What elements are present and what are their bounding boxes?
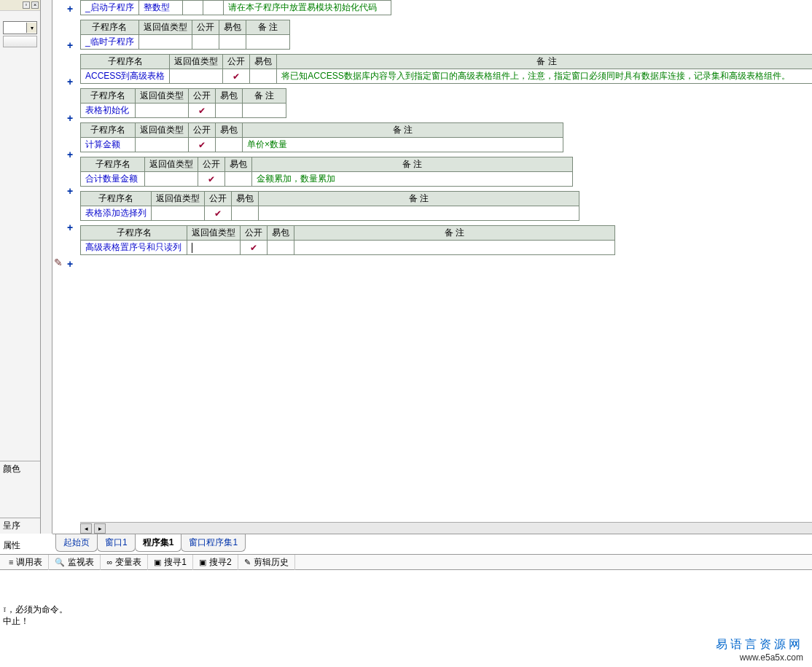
sub-package-cell[interactable] <box>216 104 243 118</box>
col-header-package: 易包 <box>216 89 243 104</box>
panel-close-icon[interactable]: × <box>31 1 39 9</box>
table-header-row: 子程序名返回值类型公开易包备 注 <box>81 20 290 35</box>
sub-remark-cell[interactable]: 金额累加，数量累加 <box>252 172 573 187</box>
sub-type-cell[interactable] <box>170 69 223 84</box>
sub-remark-cell[interactable] <box>294 241 615 255</box>
sub-package-cell[interactable] <box>250 69 277 84</box>
sub-remark-cell[interactable] <box>246 35 289 50</box>
subroutine-table: 子程序名返回值类型公开易包备 注表格添加选择列✔ <box>80 191 579 221</box>
bottom-tab[interactable]: ✎剪辑历史 <box>238 555 295 570</box>
sub-type-cell[interactable] <box>187 241 241 255</box>
sub-remark-cell[interactable] <box>259 206 579 221</box>
bottom-tab[interactable]: 🔍监视表 <box>49 555 101 570</box>
tab-icon: ▣ <box>154 558 161 567</box>
tab-icon: ✎ <box>244 558 251 567</box>
scroll-left-icon[interactable]: ◂ <box>80 523 92 534</box>
sub-type-cell[interactable] <box>152 206 205 221</box>
doc-tab[interactable]: 窗口程序集1 <box>181 534 246 552</box>
tab-label: 搜寻2 <box>209 556 232 569</box>
sub-remark-cell[interactable] <box>243 104 286 118</box>
sub-package-cell[interactable] <box>216 138 243 152</box>
sub-package-cell[interactable] <box>232 206 259 221</box>
col-header-public: 公开 <box>205 192 232 206</box>
expand-icon[interactable]: + <box>67 3 73 15</box>
horizontal-scrollbar[interactable]: ◂ ▸ <box>80 522 812 534</box>
col-header-name: 子程序名 <box>81 192 152 206</box>
sub-name-cell[interactable]: ACCESS到高级表格 <box>81 69 170 84</box>
sub-remark-cell[interactable]: 单价×数量 <box>243 138 563 152</box>
col-header-type: 返回值类型 <box>138 20 192 35</box>
sub-package-cell[interactable] <box>225 172 252 187</box>
sub-package-cell[interactable] <box>219 35 246 50</box>
bottom-tab[interactable]: ∞变量表 <box>101 555 148 570</box>
tab-label: 监视表 <box>68 556 94 569</box>
panel-strip[interactable] <box>3 36 37 47</box>
sub-public-cell[interactable] <box>192 35 219 50</box>
sub-public-cell[interactable]: ✔ <box>198 172 225 187</box>
tab-label: 搜寻1 <box>164 556 187 569</box>
table-row[interactable]: 合计数量金额✔金额累加，数量累加 <box>81 172 573 187</box>
attributes-label: 属性 <box>0 537 23 555</box>
tab-icon: ∞ <box>106 558 112 566</box>
expand-icon[interactable]: + <box>67 149 73 160</box>
col-header-package: 易包 <box>268 226 294 241</box>
tab-icon: ≡ <box>9 558 13 566</box>
table-row[interactable]: 计算金额✔单价×数量 <box>81 138 563 152</box>
sub-public-cell[interactable]: ✔ <box>189 104 216 118</box>
sub-package-cell[interactable] <box>203 1 223 15</box>
col-header-type: 返回值类型 <box>145 157 198 172</box>
output-line: ፣，必须为命令。 <box>3 604 809 615</box>
table-row[interactable]: 高级表格置序号和只读列✔ <box>81 241 615 255</box>
sub-type-cell[interactable] <box>145 172 198 187</box>
sub-package-cell[interactable] <box>268 241 294 255</box>
sub-public-cell[interactable]: ✔ <box>189 138 216 152</box>
bottom-tab[interactable]: ▣搜寻2 <box>193 555 238 570</box>
table-row[interactable]: 表格初始化✔ <box>81 104 286 118</box>
panel-scrollbar[interactable] <box>41 0 52 534</box>
panel-toggle-icon[interactable]: ▫ <box>23 1 30 9</box>
expand-icon[interactable]: + <box>67 76 73 87</box>
scroll-right-icon[interactable]: ▸ <box>94 523 106 534</box>
col-header-public: 公开 <box>198 157 225 172</box>
doc-tab[interactable]: 窗口1 <box>97 534 136 552</box>
sub-public-cell[interactable]: ✔ <box>205 206 232 221</box>
expand-icon[interactable]: + <box>67 222 73 233</box>
tab-label: 剪辑历史 <box>254 556 289 569</box>
bottom-tabs: ≡调用表🔍监视表∞变量表▣搜寻1▣搜寻2✎剪辑历史 <box>0 554 812 570</box>
expand-icon[interactable]: + <box>67 258 73 270</box>
doc-tab[interactable]: 程序集1 <box>135 534 182 552</box>
expand-icon[interactable]: + <box>67 185 73 197</box>
sub-type-cell[interactable]: 整数型 <box>138 1 182 15</box>
sub-type-cell[interactable] <box>138 35 192 50</box>
col-header-remark: 备 注 <box>243 123 563 138</box>
table-row[interactable]: 表格添加选择列✔ <box>81 206 579 221</box>
sub-name-cell[interactable]: _启动子程序 <box>81 1 139 15</box>
sub-name-cell[interactable]: 表格初始化 <box>81 104 136 118</box>
sub-type-cell[interactable] <box>136 138 189 152</box>
sub-remark-cell[interactable]: 请在本子程序中放置易模块初始化代码 <box>223 1 391 15</box>
sub-public-cell[interactable]: ✔ <box>241 241 268 255</box>
bottom-tab[interactable]: ▣搜寻1 <box>148 555 193 570</box>
col-header-remark: 备 注 <box>243 89 286 104</box>
sub-name-cell[interactable]: _临时子程序 <box>81 35 139 50</box>
expand-icon[interactable]: + <box>67 39 73 51</box>
col-header-name: 子程序名 <box>81 55 170 69</box>
table-row[interactable]: ACCESS到高级表格✔将已知ACCESS数据库内容导入到指定窗口的高级表格组件… <box>81 69 813 84</box>
watermark-url: www.e5a5x.com <box>716 652 803 663</box>
bottom-tab[interactable]: ≡调用表 <box>3 555 49 570</box>
sub-name-cell[interactable]: 表格添加选择列 <box>81 206 152 221</box>
sub-name-cell[interactable]: 高级表格置序号和只读列 <box>81 241 187 255</box>
table-row[interactable]: _临时子程序 <box>81 35 290 50</box>
table-row[interactable]: _启动子程序整数型请在本子程序中放置易模块初始化代码 <box>81 1 391 15</box>
sub-type-cell[interactable] <box>136 104 189 118</box>
sub-public-cell[interactable] <box>182 1 203 15</box>
tab-icon: 🔍 <box>55 558 65 567</box>
sub-public-cell[interactable]: ✔ <box>223 69 250 84</box>
doc-tab[interactable]: 起始页 <box>55 534 98 552</box>
sub-remark-cell[interactable]: 将已知ACCESS数据库内容导入到指定窗口的高级表格组件上，注意，指定窗口必须同… <box>277 69 812 84</box>
sub-name-cell[interactable]: 合计数量金额 <box>81 172 145 187</box>
col-header-remark: 备 注 <box>259 192 579 206</box>
expand-icon[interactable]: + <box>67 112 73 124</box>
panel-dropdown[interactable]: ▾ <box>3 21 37 34</box>
sub-name-cell[interactable]: 计算金额 <box>81 138 136 152</box>
